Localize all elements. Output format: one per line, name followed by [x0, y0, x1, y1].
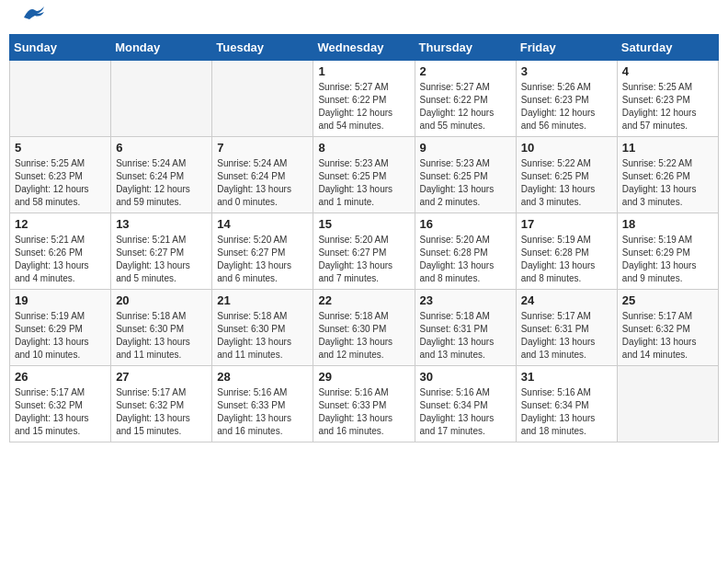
day-info: Sunrise: 5:25 AM Sunset: 6:23 PM Dayligh…: [622, 81, 713, 132]
day-number: 7: [217, 141, 308, 155]
logo-bird-icon: [22, 5, 48, 24]
day-number: 20: [116, 293, 207, 307]
page-header: [9, 9, 719, 25]
day-info: Sunrise: 5:22 AM Sunset: 6:25 PM Dayligh…: [521, 157, 612, 209]
day-info: Sunrise: 5:24 AM Sunset: 6:24 PM Dayligh…: [116, 157, 207, 209]
calendar-body: 1Sunrise: 5:27 AM Sunset: 6:22 PM Daylig…: [10, 61, 719, 442]
day-number: 26: [15, 370, 106, 384]
calendar-cell: 3Sunrise: 5:26 AM Sunset: 6:23 PM Daylig…: [516, 61, 617, 137]
calendar-table: SundayMondayTuesdayWednesdayThursdayFrid…: [9, 34, 719, 442]
calendar-week-5: 26Sunrise: 5:17 AM Sunset: 6:32 PM Dayli…: [10, 366, 719, 442]
day-header-friday: Friday: [516, 35, 617, 61]
day-info: Sunrise: 5:19 AM Sunset: 6:29 PM Dayligh…: [622, 234, 713, 285]
day-header-saturday: Saturday: [617, 35, 718, 61]
day-info: Sunrise: 5:19 AM Sunset: 6:29 PM Dayligh…: [15, 310, 106, 362]
day-info: Sunrise: 5:23 AM Sunset: 6:25 PM Dayligh…: [318, 157, 409, 209]
day-number: 2: [420, 64, 511, 78]
day-header-wednesday: Wednesday: [313, 35, 415, 61]
day-number: 8: [318, 141, 409, 155]
day-number: 23: [420, 293, 511, 307]
day-info: Sunrise: 5:19 AM Sunset: 6:28 PM Dayligh…: [521, 234, 612, 285]
calendar-cell: 14Sunrise: 5:20 AM Sunset: 6:27 PM Dayli…: [212, 213, 313, 290]
calendar-cell: [111, 61, 212, 137]
calendar-cell: 8Sunrise: 5:23 AM Sunset: 6:25 PM Daylig…: [313, 137, 415, 213]
calendar-cell: 9Sunrise: 5:23 AM Sunset: 6:25 PM Daylig…: [415, 137, 516, 213]
day-number: 6: [116, 141, 207, 155]
day-info: Sunrise: 5:21 AM Sunset: 6:27 PM Dayligh…: [116, 234, 207, 285]
day-header-monday: Monday: [111, 35, 212, 61]
day-header-thursday: Thursday: [415, 35, 516, 61]
calendar-cell: 19Sunrise: 5:19 AM Sunset: 6:29 PM Dayli…: [10, 290, 111, 366]
day-number: 29: [318, 370, 409, 384]
calendar-cell: 10Sunrise: 5:22 AM Sunset: 6:25 PM Dayli…: [516, 137, 617, 213]
day-number: 10: [521, 141, 612, 155]
day-number: 5: [15, 141, 106, 155]
day-number: 9: [420, 141, 511, 155]
day-number: 15: [318, 217, 409, 231]
day-info: Sunrise: 5:27 AM Sunset: 6:22 PM Dayligh…: [318, 81, 409, 132]
day-header-tuesday: Tuesday: [212, 35, 313, 61]
calendar-cell: 21Sunrise: 5:18 AM Sunset: 6:30 PM Dayli…: [212, 290, 313, 366]
day-info: Sunrise: 5:17 AM Sunset: 6:32 PM Dayligh…: [15, 386, 106, 438]
calendar-cell: 13Sunrise: 5:21 AM Sunset: 6:27 PM Dayli…: [111, 213, 212, 290]
day-info: Sunrise: 5:20 AM Sunset: 6:27 PM Dayligh…: [318, 234, 409, 285]
calendar-cell: [212, 61, 313, 137]
calendar-cell: 20Sunrise: 5:18 AM Sunset: 6:30 PM Dayli…: [111, 290, 212, 366]
calendar-cell: 2Sunrise: 5:27 AM Sunset: 6:22 PM Daylig…: [415, 61, 516, 137]
calendar-cell: 23Sunrise: 5:18 AM Sunset: 6:31 PM Dayli…: [415, 290, 516, 366]
days-of-week-row: SundayMondayTuesdayWednesdayThursdayFrid…: [10, 35, 719, 61]
day-number: 31: [521, 370, 612, 384]
day-number: 16: [420, 217, 511, 231]
day-number: 3: [521, 64, 612, 78]
day-number: 17: [521, 217, 612, 231]
day-info: Sunrise: 5:18 AM Sunset: 6:30 PM Dayligh…: [318, 310, 409, 362]
day-info: Sunrise: 5:22 AM Sunset: 6:26 PM Dayligh…: [622, 157, 713, 209]
day-info: Sunrise: 5:18 AM Sunset: 6:31 PM Dayligh…: [420, 310, 511, 362]
calendar-cell: 11Sunrise: 5:22 AM Sunset: 6:26 PM Dayli…: [617, 137, 718, 213]
calendar-cell: 27Sunrise: 5:17 AM Sunset: 6:32 PM Dayli…: [111, 366, 212, 442]
day-info: Sunrise: 5:17 AM Sunset: 6:32 PM Dayligh…: [622, 310, 713, 362]
day-info: Sunrise: 5:25 AM Sunset: 6:23 PM Dayligh…: [15, 157, 106, 209]
day-info: Sunrise: 5:16 AM Sunset: 6:34 PM Dayligh…: [521, 386, 612, 438]
calendar-cell: 18Sunrise: 5:19 AM Sunset: 6:29 PM Dayli…: [617, 213, 718, 290]
day-number: 11: [622, 141, 713, 155]
calendar-week-2: 5Sunrise: 5:25 AM Sunset: 6:23 PM Daylig…: [10, 137, 719, 213]
day-info: Sunrise: 5:16 AM Sunset: 6:33 PM Dayligh…: [217, 386, 308, 438]
day-number: 19: [15, 293, 106, 307]
calendar-cell: 4Sunrise: 5:25 AM Sunset: 6:23 PM Daylig…: [617, 61, 718, 137]
calendar-cell: 28Sunrise: 5:16 AM Sunset: 6:33 PM Dayli…: [212, 366, 313, 442]
calendar-header: SundayMondayTuesdayWednesdayThursdayFrid…: [10, 35, 719, 61]
day-info: Sunrise: 5:16 AM Sunset: 6:33 PM Dayligh…: [318, 386, 409, 438]
calendar-cell: 31Sunrise: 5:16 AM Sunset: 6:34 PM Dayli…: [516, 366, 617, 442]
day-header-sunday: Sunday: [10, 35, 111, 61]
day-info: Sunrise: 5:18 AM Sunset: 6:30 PM Dayligh…: [116, 310, 207, 362]
calendar-cell: 25Sunrise: 5:17 AM Sunset: 6:32 PM Dayli…: [617, 290, 718, 366]
calendar-cell: [10, 61, 111, 137]
calendar-cell: 26Sunrise: 5:17 AM Sunset: 6:32 PM Dayli…: [10, 366, 111, 442]
calendar-cell: 29Sunrise: 5:16 AM Sunset: 6:33 PM Dayli…: [313, 366, 415, 442]
calendar-week-1: 1Sunrise: 5:27 AM Sunset: 6:22 PM Daylig…: [10, 61, 719, 137]
calendar-cell: 7Sunrise: 5:24 AM Sunset: 6:24 PM Daylig…: [212, 137, 313, 213]
calendar-cell: 15Sunrise: 5:20 AM Sunset: 6:27 PM Dayli…: [313, 213, 415, 290]
day-info: Sunrise: 5:27 AM Sunset: 6:22 PM Dayligh…: [420, 81, 511, 132]
calendar-cell: 22Sunrise: 5:18 AM Sunset: 6:30 PM Dayli…: [313, 290, 415, 366]
day-number: 4: [622, 64, 713, 78]
day-number: 21: [217, 293, 308, 307]
day-number: 14: [217, 217, 308, 231]
day-info: Sunrise: 5:18 AM Sunset: 6:30 PM Dayligh…: [217, 310, 308, 362]
day-number: 18: [622, 217, 713, 231]
calendar-cell: 1Sunrise: 5:27 AM Sunset: 6:22 PM Daylig…: [313, 61, 415, 137]
day-info: Sunrise: 5:17 AM Sunset: 6:31 PM Dayligh…: [521, 310, 612, 362]
calendar-week-4: 19Sunrise: 5:19 AM Sunset: 6:29 PM Dayli…: [10, 290, 719, 366]
day-number: 30: [420, 370, 511, 384]
day-number: 13: [116, 217, 207, 231]
calendar-cell: 5Sunrise: 5:25 AM Sunset: 6:23 PM Daylig…: [10, 137, 111, 213]
calendar-week-3: 12Sunrise: 5:21 AM Sunset: 6:26 PM Dayli…: [10, 213, 719, 290]
calendar-cell: 30Sunrise: 5:16 AM Sunset: 6:34 PM Dayli…: [415, 366, 516, 442]
calendar-cell: 24Sunrise: 5:17 AM Sunset: 6:31 PM Dayli…: [516, 290, 617, 366]
day-number: 1: [318, 64, 409, 78]
day-info: Sunrise: 5:17 AM Sunset: 6:32 PM Dayligh…: [116, 386, 207, 438]
day-number: 27: [116, 370, 207, 384]
day-number: 22: [318, 293, 409, 307]
day-info: Sunrise: 5:23 AM Sunset: 6:25 PM Dayligh…: [420, 157, 511, 209]
